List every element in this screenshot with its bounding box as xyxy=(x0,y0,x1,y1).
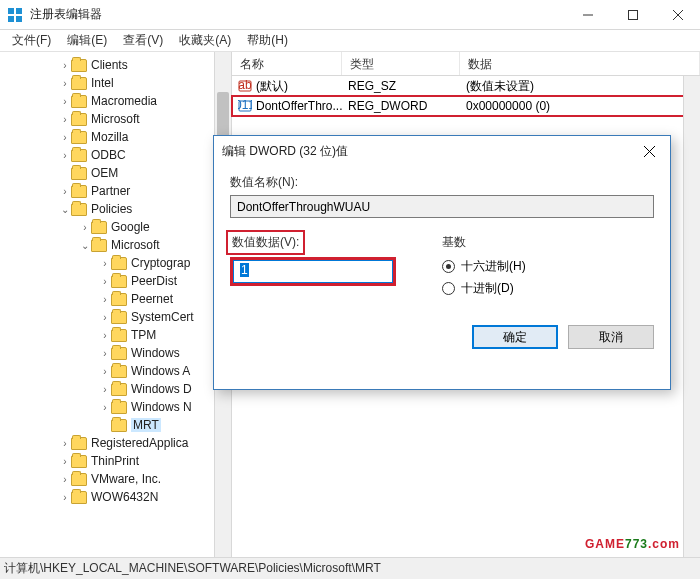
tree-node[interactable]: ›Partner xyxy=(4,182,231,200)
tree-node[interactable]: ›Google xyxy=(4,218,231,236)
tree-node[interactable]: ›TPM xyxy=(4,326,231,344)
folder-icon xyxy=(111,293,127,306)
minimize-icon xyxy=(583,10,593,20)
expander-icon[interactable]: › xyxy=(59,492,71,503)
tree-node-label: MRT xyxy=(131,418,161,432)
registry-tree[interactable]: ›Clients›Intel›Macromedia›Microsoft›Mozi… xyxy=(0,52,231,510)
radio-dec-label: 十进制(D) xyxy=(461,280,514,297)
status-path: 计算机\HKEY_LOCAL_MACHINE\SOFTWARE\Policies… xyxy=(4,560,381,577)
tree-node[interactable]: OEM xyxy=(4,164,231,182)
ok-button[interactable]: 确定 xyxy=(472,325,558,349)
tree-node[interactable]: ›Windows D xyxy=(4,380,231,398)
folder-icon xyxy=(71,95,87,108)
menu-edit[interactable]: 编辑(E) xyxy=(59,30,115,51)
tree-node-label: WOW6432N xyxy=(91,490,158,504)
expander-icon[interactable]: › xyxy=(99,330,111,341)
expander-icon[interactable]: › xyxy=(99,258,111,269)
tree-node-label: Intel xyxy=(91,76,114,90)
tree-node[interactable]: ›ThinPrint xyxy=(4,452,231,470)
tree-node-label: Microsoft xyxy=(91,112,140,126)
expander-icon[interactable]: › xyxy=(59,60,71,71)
tree-node[interactable]: ⌄Policies xyxy=(4,200,231,218)
folder-icon xyxy=(71,113,87,126)
tree-node[interactable]: ›Cryptograp xyxy=(4,254,231,272)
menu-bar: 文件(F) 编辑(E) 查看(V) 收藏夹(A) 帮助(H) xyxy=(0,30,700,52)
value-name-input[interactable] xyxy=(230,195,654,218)
folder-icon xyxy=(71,77,87,90)
menu-view[interactable]: 查看(V) xyxy=(115,30,171,51)
tree-node[interactable]: ›Intel xyxy=(4,74,231,92)
radio-hex-label: 十六进制(H) xyxy=(461,258,526,275)
tree-node[interactable]: MRT xyxy=(4,416,231,434)
tree-node-label: Partner xyxy=(91,184,130,198)
expander-icon[interactable]: › xyxy=(59,132,71,143)
folder-icon xyxy=(91,221,107,234)
tree-node[interactable]: ⌄Microsoft xyxy=(4,236,231,254)
dialog-titlebar[interactable]: 编辑 DWORD (32 位)值 xyxy=(214,136,670,166)
tree-node[interactable]: ›SystemCert xyxy=(4,308,231,326)
expander-icon[interactable]: › xyxy=(59,474,71,485)
list-scrollbar[interactable] xyxy=(683,76,700,557)
tree-node-label: Mozilla xyxy=(91,130,128,144)
expander-icon[interactable]: › xyxy=(59,186,71,197)
expander-icon[interactable]: › xyxy=(99,384,111,395)
menu-favorites[interactable]: 收藏夹(A) xyxy=(171,30,239,51)
expander-icon[interactable]: › xyxy=(79,222,91,233)
svg-rect-1 xyxy=(16,8,22,14)
tree-node[interactable]: ›PeerDist xyxy=(4,272,231,290)
minimize-button[interactable] xyxy=(565,0,610,30)
expander-icon[interactable]: › xyxy=(59,438,71,449)
tree-node-label: PeerDist xyxy=(131,274,177,288)
string-icon: ab xyxy=(238,79,252,93)
dialog-close-button[interactable] xyxy=(636,138,662,164)
tree-node[interactable]: ›Macromedia xyxy=(4,92,231,110)
expander-icon[interactable]: › xyxy=(99,348,111,359)
close-button[interactable] xyxy=(655,0,700,30)
tree-node[interactable]: ›Windows N xyxy=(4,398,231,416)
tree-node[interactable]: ›Windows xyxy=(4,344,231,362)
expander-icon[interactable]: › xyxy=(59,456,71,467)
expander-icon[interactable]: › xyxy=(59,114,71,125)
radio-dec[interactable] xyxy=(442,282,455,295)
expander-icon[interactable]: › xyxy=(99,276,111,287)
radio-dec-row[interactable]: 十进制(D) xyxy=(442,277,526,299)
tree-node[interactable]: ›Microsoft xyxy=(4,110,231,128)
value-row[interactable]: 011DontOfferThro...REG_DWORD0x00000000 (… xyxy=(232,96,700,116)
tree-node[interactable]: ›WOW6432N xyxy=(4,488,231,506)
radio-hex[interactable] xyxy=(442,260,455,273)
folder-icon xyxy=(71,185,87,198)
value-name-label: 数值名称(N): xyxy=(230,174,654,191)
tree-node[interactable]: ›Clients xyxy=(4,56,231,74)
col-name[interactable]: 名称 xyxy=(232,52,342,75)
edit-dword-dialog: 编辑 DWORD (32 位)值 数值名称(N): 数值数据(V): 1 基数 … xyxy=(213,135,671,390)
col-type[interactable]: 类型 xyxy=(342,52,460,75)
col-data[interactable]: 数据 xyxy=(460,52,700,75)
maximize-button[interactable] xyxy=(610,0,655,30)
tree-node[interactable]: ›Windows A xyxy=(4,362,231,380)
expander-icon[interactable]: › xyxy=(99,294,111,305)
expander-icon[interactable]: ⌄ xyxy=(79,240,91,251)
expander-icon[interactable]: › xyxy=(59,78,71,89)
value-row[interactable]: ab(默认)REG_SZ(数值未设置) xyxy=(232,76,700,96)
folder-icon xyxy=(71,455,87,468)
tree-node[interactable]: ›ODBC xyxy=(4,146,231,164)
tree-node-label: ThinPrint xyxy=(91,454,139,468)
expander-icon[interactable]: › xyxy=(99,402,111,413)
dword-icon: 011 xyxy=(238,99,252,113)
expander-icon[interactable]: › xyxy=(99,312,111,323)
expander-icon[interactable]: › xyxy=(59,96,71,107)
tree-node-label: Cryptograp xyxy=(131,256,190,270)
expander-icon[interactable]: › xyxy=(59,150,71,161)
menu-help[interactable]: 帮助(H) xyxy=(239,30,296,51)
radio-hex-row[interactable]: 十六进制(H) xyxy=(442,255,526,277)
cancel-button[interactable]: 取消 xyxy=(568,325,654,349)
tree-node[interactable]: ›VMware, Inc. xyxy=(4,470,231,488)
value-data-input[interactable]: 1 xyxy=(233,260,393,283)
tree-node[interactable]: ›Peernet xyxy=(4,290,231,308)
tree-node[interactable]: ›RegisteredApplica xyxy=(4,434,231,452)
expander-icon[interactable]: › xyxy=(99,366,111,377)
expander-icon[interactable]: ⌄ xyxy=(59,204,71,215)
tree-node[interactable]: ›Mozilla xyxy=(4,128,231,146)
menu-file[interactable]: 文件(F) xyxy=(4,30,59,51)
title-bar: 注册表编辑器 xyxy=(0,0,700,30)
